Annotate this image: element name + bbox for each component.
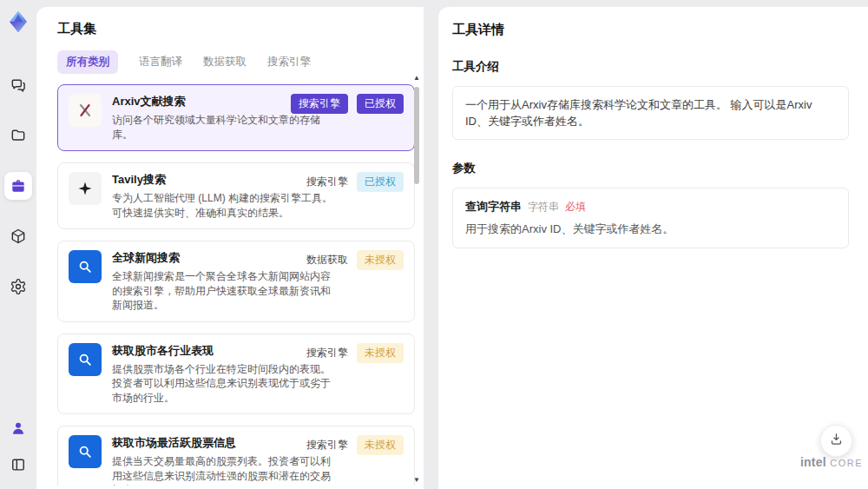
app-logo-icon [5,9,31,35]
tool-category-tag: 搜索引擎 [306,346,348,360]
download-icon [829,432,844,450]
panel-toggle-icon [10,456,27,473]
intro-box: 一个用于从Arxiv存储库搜索科学论文和文章的工具。 输入可以是Arxiv ID… [452,86,849,140]
param-box: 查询字符串 字符串 必填 用于搜索的Arxiv ID、关键字或作者姓名。 [452,188,849,248]
tool-card-meta: 搜索引擎未授权 [306,343,404,363]
cube-icon [10,228,27,245]
tool-description: 提供股票市场各个行业在特定时间段内的表现。投资者可以利用这些信息来识别表现优于或… [112,362,332,406]
scroll-down-icon[interactable]: ▼ [412,477,421,484]
briefcase-icon [10,177,27,195]
folder-icon [10,127,27,144]
tool-card-meta: 数据获取未授权 [306,250,404,270]
page-title: 工具集 [57,21,424,37]
tool-status-badge: 未授权 [357,343,404,363]
tool-description: 提供当天交易量最高的股票列表。投资者可以利用这些信息来识别流动性强的股票和潜在的… [112,454,332,486]
tool-card[interactable]: 获取股市各行业表现提供股票市场各个行业在特定时间段内的表现。投资者可以利用这些信… [57,334,415,415]
scroll-up-icon[interactable]: ▲ [412,75,421,82]
intro-heading: 工具介绍 [452,59,849,75]
sidebar-item-collapse[interactable] [4,451,32,479]
tool-card[interactable]: Tavily搜索专为人工智能代理 (LLM) 构建的搜索引擎工具。可快速提供实时… [57,162,415,229]
tool-cards-list: Arxiv文献搜索访问各个研究领域大量科学论文和文章的存储库。搜索引擎已授权Ta… [57,84,415,486]
user-icon [10,420,27,437]
tool-name: 全球新闻搜索 [112,250,332,266]
tool-detail-panel: 工具详情 工具介绍 一个用于从Arxiv存储库搜索科学论文和文章的工具。 输入可… [438,7,868,489]
tab-category-3[interactable]: 搜索引擎 [267,55,311,69]
sidebar-item-tools[interactable] [4,172,32,200]
chat-icon [10,76,27,94]
tool-status-badge: 未授权 [357,250,404,270]
blue-search-icon [69,343,102,376]
tool-card-body: 获取市场最活跃股票信息提供当天交易量最高的股票列表。投资者可以利用这些信息来识别… [112,435,332,486]
tool-card[interactable]: 获取市场最活跃股票信息提供当天交易量最高的股票列表。投资者可以利用这些信息来识别… [57,426,415,486]
tool-category-tag: 搜索引擎 [306,175,348,189]
tool-status-badge: 已授权 [357,94,404,114]
tool-name: Tavily搜索 [112,172,332,188]
tool-card-meta: 搜索引擎已授权 [306,172,404,192]
tool-description: 专为人工智能代理 (LLM) 构建的搜索引擎工具。可快速提供实时、准确和真实的结… [112,191,332,220]
list-scrollbar[interactable]: ▲ ▼ [412,75,421,486]
brand-word-core: CORE [830,458,863,468]
tool-category-tag: 数据获取 [306,253,348,268]
sidebar-nav [4,71,32,301]
scrollbar-thumb[interactable] [414,87,419,184]
tool-card-body: 获取股市各行业表现提供股票市场各个行业在特定时间段内的表现。投资者可以利用这些信… [112,343,332,406]
sidebar-item-chat[interactable] [4,71,32,99]
tool-list-panel: 工具集 所有类别语言翻译数据获取搜索引擎 Arxiv文献搜索访问各个研究领域大量… [36,7,424,489]
tool-status-badge: 已授权 [357,172,404,192]
gear-icon [10,278,27,295]
param-name: 查询字符串 [465,199,522,215]
tab-category-2[interactable]: 数据获取 [203,55,247,69]
intel-core-logo: intel CORE [800,454,863,470]
detail-title: 工具详情 [452,22,849,38]
sidebar-item-account[interactable] [4,414,32,442]
arxiv-logo-icon [69,94,102,127]
tool-category-tag: 搜索引擎 [306,438,348,453]
tool-card[interactable]: Arxiv文献搜索访问各个研究领域大量科学论文和文章的存储库。搜索引擎已授权 [57,84,415,151]
sidebar-item-files[interactable] [4,122,32,149]
star-icon [69,172,102,205]
tool-card-meta: 搜索引擎已授权 [291,94,404,114]
tool-card[interactable]: 全球新闻搜索全球新闻搜索是一个聚合全球各大新闻网站内容的搜索引擎，帮助用户快速获… [57,241,415,322]
blue-search-icon [69,250,102,283]
tool-card-body: 全球新闻搜索全球新闻搜索是一个聚合全球各大新闻网站内容的搜索引擎，帮助用户快速获… [112,250,332,313]
tool-name: 获取股市各行业表现 [112,343,332,359]
sidebar-bottom [4,414,32,479]
tool-card-meta: 搜索引擎未授权 [306,435,404,455]
tab-category-1[interactable]: 语言翻译 [139,55,182,69]
params-heading: 参数 [452,161,849,176]
sidebar-item-settings[interactable] [4,273,32,301]
param-description: 用于搜索的Arxiv ID、关键字或作者姓名。 [465,221,836,237]
tool-description: 访问各个研究领域大量科学论文和文章的存储库。 [112,113,332,142]
param-required-badge: 必填 [565,200,586,215]
sidebar-rail [0,0,36,489]
tool-description: 全球新闻搜索是一个聚合全球各大新闻网站内容的搜索引擎，帮助用户快速获取全球最新资… [112,269,332,313]
intro-text: 一个用于从Arxiv存储库搜索科学论文和文章的工具。 输入可以是Arxiv ID… [465,98,812,128]
blue-search-icon [69,435,102,468]
tool-status-badge: 未授权 [357,435,404,455]
sidebar-item-plugins[interactable] [4,222,32,250]
category-tabs: 所有类别语言翻译数据获取搜索引擎 [57,50,424,74]
brand-word-intel: intel [800,455,826,469]
tab-category-0[interactable]: 所有类别 [57,50,118,74]
param-type: 字符串 [528,200,559,215]
tool-card-body: Tavily搜索专为人工智能代理 (LLM) 构建的搜索引擎工具。可快速提供实时… [112,172,332,220]
tool-name: 获取市场最活跃股票信息 [112,435,332,451]
tool-category-tag: 搜索引擎 [291,94,348,114]
download-button[interactable] [820,425,852,457]
